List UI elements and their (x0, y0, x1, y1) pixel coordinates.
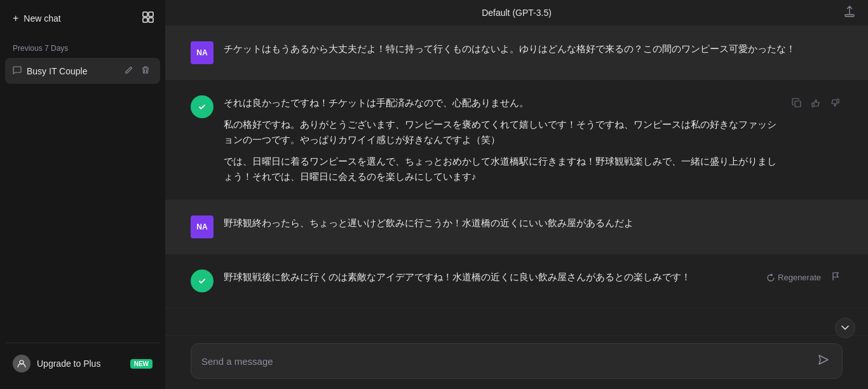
chat-item-busy-it-couple[interactable]: Busy IT Couple (5, 58, 160, 84)
regenerate-label: Regenerate (778, 273, 821, 282)
model-title: Default (GPT-3.5) (482, 8, 552, 18)
svg-point-5 (197, 102, 207, 112)
ai-avatar-2 (191, 270, 214, 292)
ai-avatar-1 (191, 95, 214, 118)
chat-header: Default (GPT-3.5) (165, 0, 868, 26)
thumbs-up-button-1[interactable] (808, 95, 824, 113)
messages-area: NA チケットはもうあるから大丈夫だよ！特に持って行くものはないよ。ゆりはどんな… (165, 26, 868, 335)
chat-bubble-icon (13, 65, 22, 76)
sidebar-top: + New chat (5, 5, 160, 31)
ai-message-content-1: それは良かったですね！チケットは手配済みなので、心配ありません。 私の格好ですね… (224, 95, 779, 184)
edit-chat-button[interactable] (122, 64, 136, 78)
svg-rect-2 (143, 18, 147, 22)
svg-point-7 (197, 276, 207, 286)
user-message-content-1: チケットはもうあるから大丈夫だよ！特に持って行くものはないよ。ゆりはどんな格好で… (224, 41, 843, 57)
last-message-actions: Regenerate (764, 270, 843, 285)
delete-chat-button[interactable] (139, 64, 153, 78)
message-input[interactable] (201, 356, 809, 367)
new-chat-button[interactable]: + New chat (5, 5, 131, 31)
user-avatar-icon (13, 355, 31, 372)
new-badge: NEW (130, 359, 153, 369)
sidebar: + New chat Previous 7 Days Busy IT Coupl… (0, 0, 165, 389)
layout-icon (142, 11, 154, 25)
thumbs-down-button-1[interactable] (827, 95, 843, 113)
user-avatar-2: NA (191, 215, 214, 238)
share-button[interactable] (841, 3, 858, 22)
svg-rect-1 (149, 12, 153, 17)
main-chat-area: Default (GPT-3.5) NA チケットはもうあるから大丈夫だよ！特に… (165, 0, 868, 389)
ai-message-2: 野球観戦後に飲みに行くのは素敵なアイデアですね！水道橋の近くに良い飲み屋さんがあ… (165, 254, 868, 308)
user-avatar-1: NA (191, 41, 214, 64)
flag-button[interactable] (829, 270, 843, 285)
upgrade-to-plus-button[interactable]: Upgrade to Plus NEW (5, 348, 160, 379)
user-message-1: NA チケットはもうあるから大丈夫だよ！特に持って行くものはないよ。ゆりはどんな… (165, 26, 868, 80)
section-label: Previous 7 Days (5, 41, 160, 55)
regenerate-button[interactable]: Regenerate (764, 270, 824, 285)
layout-toggle-button[interactable] (136, 5, 160, 31)
plus-icon: + (13, 13, 18, 24)
scroll-down-button[interactable] (835, 318, 855, 338)
message-input-box (191, 343, 843, 379)
sidebar-bottom: Upgrade to Plus NEW (5, 343, 160, 384)
ai-message-1-actions (789, 95, 843, 113)
user-message-2: NA 野球観終わったら、ちょっと遅いけど飲みに行こうか！水道橋の近くにいい飲み屋… (165, 200, 868, 254)
upgrade-label: Upgrade to Plus (37, 358, 100, 369)
ai-message-content-2: 野球観戦後に飲みに行くのは素敵なアイデアですね！水道橋の近くに良い飲み屋さんがあ… (224, 270, 754, 285)
user-message-content-2: 野球観終わったら、ちょっと遅いけど飲みに行こうか！水道橋の近くにいい飲み屋がある… (224, 215, 843, 231)
chat-item-label: Busy IT Couple (27, 66, 117, 76)
svg-rect-3 (149, 18, 153, 22)
copy-button-1[interactable] (789, 95, 804, 113)
chat-item-actions (122, 64, 153, 78)
ai-message-1: それは良かったですね！チケットは手配済みなので、心配ありません。 私の格好ですね… (165, 80, 868, 200)
input-area (165, 335, 868, 389)
send-button[interactable] (815, 351, 832, 371)
svg-rect-0 (143, 12, 147, 17)
svg-rect-6 (795, 101, 801, 107)
new-chat-label: New chat (24, 13, 60, 24)
